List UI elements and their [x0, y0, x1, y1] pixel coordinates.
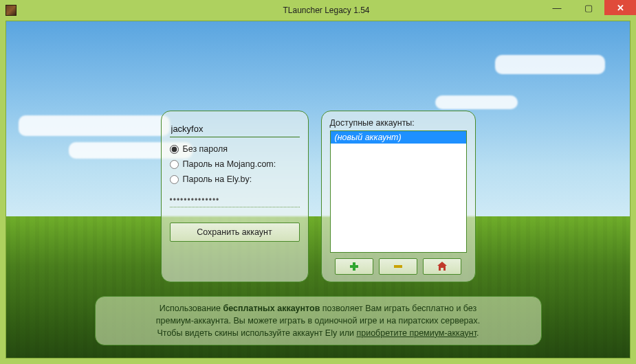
radio-ely-label: Пароль на Ely.by: [183, 174, 252, 184]
save-account-button[interactable]: Сохранить аккаунт [170, 223, 300, 242]
content-area: Без пароля Пароль на Mojang.com: Пароль … [6, 21, 630, 359]
add-account-button[interactable] [335, 258, 373, 275]
svg-marker-0 [437, 262, 447, 271]
accounts-listbox[interactable]: (новый аккаунт) [330, 130, 467, 253]
radio-no-password-input[interactable] [170, 145, 179, 154]
list-item[interactable]: (новый аккаунт) [331, 131, 466, 144]
password-input[interactable] [170, 192, 300, 207]
radio-mojang[interactable]: Пароль на Mojang.com: [170, 159, 300, 169]
radio-no-password-label: Без пароля [183, 144, 228, 154]
accounts-panel: Доступные аккаунты: (новый аккаунт) [321, 111, 476, 282]
home-button[interactable] [423, 258, 461, 275]
close-button[interactable]: ✕ [604, 0, 636, 15]
minimize-button[interactable]: — [541, 0, 573, 15]
remove-account-button[interactable] [379, 258, 417, 275]
accounts-label: Доступные аккаунты: [330, 118, 467, 128]
radio-no-password[interactable]: Без пароля [170, 144, 300, 154]
radio-mojang-input[interactable] [170, 160, 179, 169]
premium-link[interactable]: приобретите премиум-аккаунт [356, 328, 476, 338]
radio-ely[interactable]: Пароль на Ely.by: [170, 174, 300, 184]
radio-mojang-label: Пароль на Mojang.com: [183, 159, 276, 169]
maximize-button[interactable]: ▢ [573, 0, 604, 15]
plus-icon [350, 262, 358, 271]
app-icon [6, 5, 17, 16]
radio-ely-input[interactable] [170, 175, 179, 184]
home-icon [437, 262, 448, 271]
minus-icon [394, 265, 402, 268]
titlebar: TLauncher Legacy 1.54 — ▢ ✕ [0, 0, 636, 21]
info-box: Использование бесплатных аккаунтов позво… [95, 296, 542, 345]
username-input[interactable] [170, 121, 300, 137]
login-panel: Без пароля Пароль на Mojang.com: Пароль … [161, 111, 309, 282]
